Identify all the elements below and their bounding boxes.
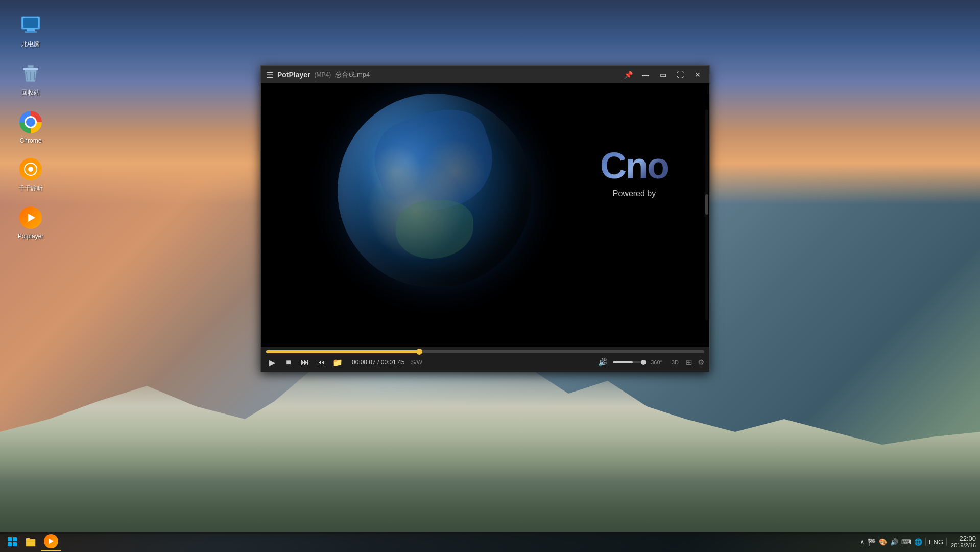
restore-button[interactable]: ▭: [656, 69, 670, 80]
chrome-label: Chrome: [20, 137, 42, 144]
time-current: 00:00:07: [352, 359, 376, 366]
desktop-icon-chrome[interactable]: Chrome: [10, 107, 51, 147]
volume-thumb[interactable]: [641, 360, 646, 365]
settings-icon[interactable]: ⚙: [698, 358, 704, 367]
svg-rect-3: [25, 31, 37, 33]
svg-rect-10: [26, 538, 30, 540]
playback-controls: ▶ ■ ⏭ ⏮ 📁 00:00:07 / 00:01:45 S/W 🔊: [261, 354, 709, 372]
earth-visualization: [338, 94, 542, 298]
progress-container: [261, 347, 709, 354]
desktop-icon-qianqian[interactable]: 千千静听: [10, 154, 51, 195]
tray-speaker-icon[interactable]: 🔊: [890, 538, 898, 546]
controls-left: ▶ ■ ⏭ ⏮ 📁 00:00:07 / 00:01:45 S/W: [266, 356, 422, 369]
title-format: (MP4): [315, 71, 331, 78]
grid-icon[interactable]: ⊞: [686, 358, 692, 367]
desktop: 此电脑 回收站 Chrome: [0, 0, 980, 552]
recycle-bin-icon: [18, 61, 43, 86]
qianqian-label: 千千静听: [18, 184, 43, 193]
time-separator: /: [377, 359, 381, 366]
tray-flag-icon[interactable]: 🏁: [868, 538, 876, 546]
desktop-icons: 此电脑 回收站 Chrome: [10, 10, 51, 242]
start-button[interactable]: [4, 534, 20, 550]
brand-text: Cno: [600, 145, 668, 187]
progress-filled: [266, 350, 419, 353]
tray-network-icon[interactable]: 🌐: [914, 538, 922, 546]
controls-bar: ▶ ■ ⏭ ⏮ 📁 00:00:07 / 00:01:45 S/W 🔊: [261, 347, 709, 372]
scrollbar-thumb[interactable]: [705, 194, 708, 215]
this-pc-label: 此电脑: [21, 40, 40, 49]
city-lights-overlay: [338, 94, 532, 288]
svg-rect-1: [23, 18, 38, 28]
title-bar: ☰ PotPlayer (MP4) 总合成.mp4 📌 — ▭ ⛶ ✕: [261, 66, 709, 83]
controls-right: 🔊 360° 3D ⊞ ⚙: [598, 358, 704, 367]
close-button[interactable]: ✕: [691, 69, 704, 80]
recycle-bin-label: 回收站: [21, 88, 40, 97]
svg-rect-9: [26, 539, 35, 546]
tray-keyboard-icon[interactable]: ⌨: [901, 538, 911, 546]
tray-color-icon[interactable]: 🎨: [879, 538, 887, 546]
time-display: 00:00:07 / 00:01:45: [352, 359, 404, 366]
potplayer-desktop-icon: [18, 205, 43, 230]
sw-label: S/W: [411, 359, 422, 366]
desktop-icon-this-pc[interactable]: 此电脑: [10, 10, 51, 51]
stop-button[interactable]: ■: [282, 356, 295, 369]
time-total: 00:01:45: [381, 359, 405, 366]
taskbar-left: [4, 533, 61, 551]
taskbar-right: ∧ 🏁 🎨 🔊 ⌨ 🌐 ENG 22:00 2019/2/16: [859, 535, 976, 549]
video-area[interactable]: Cno Powered by: [261, 83, 709, 347]
tray-arrow-icon[interactable]: ∧: [859, 538, 865, 546]
clock[interactable]: 22:00 2019/2/16: [951, 535, 976, 549]
app-name: PotPlayer: [277, 71, 310, 79]
windows-logo: [8, 537, 17, 546]
title-filename: 总合成.mp4: [335, 70, 370, 79]
next-button[interactable]: ⏭: [299, 356, 311, 369]
taskbar: ∧ 🏁 🎨 🔊 ⌨ 🌐 ENG 22:00 2019/2/16: [0, 532, 980, 552]
open-button[interactable]: 📁: [331, 356, 344, 369]
desktop-icon-recycle-bin[interactable]: 回收站: [10, 59, 51, 100]
powered-by-text: Powered by: [600, 189, 668, 198]
play-button[interactable]: ▶: [266, 356, 278, 369]
title-bar-left: ☰ PotPlayer (MP4) 总合成.mp4: [266, 70, 370, 80]
menu-icon[interactable]: ☰: [266, 70, 273, 80]
taskbar-potplayer-icon[interactable]: [41, 533, 61, 551]
svg-rect-4: [23, 68, 38, 70]
tray-lang[interactable]: ENG: [929, 538, 943, 546]
potplayer-window: ☰ PotPlayer (MP4) 总合成.mp4 📌 — ▭ ⛶ ✕: [260, 65, 710, 372]
tray-separator: [925, 538, 926, 546]
svg-marker-11: [49, 539, 54, 544]
this-pc-icon: [18, 13, 43, 37]
volume-icon[interactable]: 🔊: [598, 358, 608, 367]
progress-bar[interactable]: [266, 350, 704, 353]
earth-globe: [338, 94, 532, 288]
volume-filled: [613, 361, 633, 363]
pin-button[interactable]: 📌: [622, 69, 635, 80]
scrollbar[interactable]: [705, 110, 708, 321]
svg-point-7: [28, 167, 33, 172]
volume-bar[interactable]: [613, 361, 643, 363]
clock-date: 2019/2/16: [951, 542, 976, 549]
minimize-button[interactable]: —: [639, 69, 652, 80]
tray-separator-2: [946, 538, 947, 546]
taskbar-explorer-icon[interactable]: [22, 534, 39, 550]
video-overlay: Cno Powered by: [600, 145, 668, 198]
title-bar-controls: 📌 — ▭ ⛶ ✕: [622, 69, 704, 80]
badge-360[interactable]: 360°: [649, 358, 664, 366]
badge-3d[interactable]: 3D: [670, 358, 681, 366]
potplayer-label: Potplayer: [18, 233, 44, 240]
chrome-icon: [18, 110, 43, 134]
svg-rect-2: [27, 29, 35, 31]
qianqian-icon: [18, 157, 43, 181]
prev-button[interactable]: ⏮: [315, 356, 327, 369]
system-tray: ∧ 🏁 🎨 🔊 ⌨ 🌐 ENG: [859, 538, 947, 546]
svg-rect-5: [28, 65, 34, 68]
desktop-icon-potplayer[interactable]: Potplayer: [10, 203, 51, 242]
svg-marker-8: [28, 214, 35, 222]
fullscreen-button[interactable]: ⛶: [674, 69, 687, 80]
clock-time: 22:00: [951, 535, 976, 543]
